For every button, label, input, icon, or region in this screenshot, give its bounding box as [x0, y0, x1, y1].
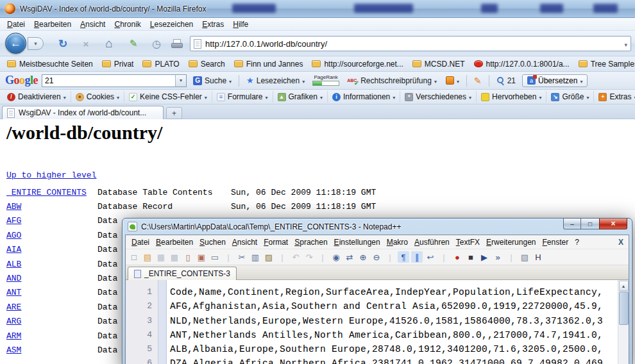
entry-link[interactable]: ARM — [6, 331, 97, 341]
copy-icon[interactable]: ▥ — [250, 251, 261, 263]
bookmark-item[interactable]: MCSD.NET — [408, 58, 470, 70]
text-content[interactable]: Code,Name,Continent,Region,SurfaceArea,I… — [167, 280, 618, 364]
menubar-item[interactable]: Ausführen — [411, 236, 453, 248]
toolbar-separator[interactable]: | — [438, 251, 450, 263]
bookmark-item[interactable]: http://127.0.0.1:8001/a... — [470, 58, 574, 70]
up-to-higher-level-link[interactable]: Up to higher level — [6, 170, 96, 180]
bookmark-item[interactable]: http://sourceforge.net... — [307, 58, 407, 70]
close-document-button[interactable]: X — [618, 238, 623, 247]
toolbar-separator[interactable]: | — [276, 251, 288, 263]
ghost-typing-icon[interactable]: H — [532, 251, 544, 263]
menubar-item[interactable]: Ansicht — [229, 236, 260, 248]
webdev-menu-item[interactable]: + Extras — [594, 91, 635, 103]
toolbar-separator[interactable]: | — [223, 251, 234, 263]
entry-link[interactable]: ABW — [6, 202, 97, 211]
tab-wsgidav[interactable]: WsgiDAV - Index of /world-db/count... — [2, 106, 164, 119]
doc-switcher-icon[interactable]: ▧ — [519, 251, 530, 263]
new-tab-button[interactable]: + — [166, 107, 182, 119]
url-bar[interactable] — [190, 36, 631, 51]
paste-icon[interactable]: ▨ — [263, 251, 275, 263]
webdev-menu-item[interactable]: ✓ Keine CSS-Fehler — [124, 91, 212, 103]
editor-area[interactable]: 123456 Code,Name,Continent,Region,Surfac… — [126, 280, 629, 364]
indent-guides-icon[interactable]: ∥ — [411, 251, 423, 263]
zoom-out-icon[interactable]: ⊖ — [371, 251, 382, 263]
scroll-up-button[interactable] — [619, 281, 629, 291]
entry-link[interactable]: ARG — [6, 317, 97, 326]
menubar-item[interactable]: Suchen — [196, 236, 229, 248]
spellcheck-button[interactable]: ABC Rechtschreibprüfung — [344, 75, 439, 87]
history-clock-button[interactable]: ◷ — [148, 36, 165, 51]
toolbar-separator[interactable]: | — [505, 251, 517, 263]
word-wrap-icon[interactable]: ↩ — [425, 251, 436, 263]
menubar-item[interactable]: Extras — [198, 19, 228, 30]
bookmark-item[interactable]: Tree Samples — [574, 58, 635, 70]
webdev-menu-item[interactable]: i Informationen — [328, 91, 400, 103]
entry-link[interactable]: ASM — [6, 345, 97, 355]
webdev-menu-item[interactable]: / Deaktivieren — [3, 91, 71, 103]
open-file-icon[interactable]: ▤ — [142, 251, 153, 263]
forward-history-dropdown[interactable]: ▾ — [28, 37, 44, 50]
reload-button[interactable]: ↻ — [54, 36, 72, 51]
maximize-button[interactable]: □ — [581, 219, 599, 229]
entry-link[interactable]: AIA — [6, 245, 97, 254]
stop-macro-icon[interactable]: ■ — [465, 251, 477, 263]
bookmark-item[interactable]: Search — [184, 58, 230, 70]
notepad-titlebar[interactable]: C:\Users\Martin\AppData\Local\Temp\_ENTI… — [125, 219, 629, 235]
new-file-icon[interactable]: □ — [128, 251, 140, 263]
google-search-button[interactable]: G Suche — [190, 75, 234, 87]
entry-link[interactable]: _ENTIRE_CONTENTS — [6, 188, 97, 197]
url-input[interactable] — [205, 39, 620, 49]
find-icon[interactable]: ◉ — [330, 251, 342, 263]
redo-icon[interactable]: ↷ — [303, 251, 315, 263]
menubar-item[interactable]: Bearbeiten — [30, 19, 76, 30]
entry-link[interactable]: AGO — [6, 231, 97, 240]
bookmark-item[interactable]: Meistbesuchte Seiten — [3, 58, 97, 70]
menubar-item[interactable]: Makro — [384, 236, 411, 248]
close-all-icon[interactable]: ▣ — [196, 251, 207, 263]
bookmark-item[interactable]: PLATO — [138, 58, 183, 70]
translate-button[interactable]: a Übersetzen — [522, 74, 588, 87]
webdev-menu-item[interactable]: Hervorheben — [477, 91, 546, 103]
back-button[interactable]: ← — [5, 33, 26, 54]
show-all-chars-icon[interactable]: ¶ — [398, 251, 409, 263]
print-button[interactable] — [168, 36, 186, 51]
toolbar-separator[interactable]: | — [384, 251, 396, 263]
stop-button[interactable]: × — [77, 36, 95, 51]
menubar-item[interactable]: Datei — [3, 19, 30, 30]
zoom-in-icon[interactable]: ⊕ — [357, 251, 369, 263]
replace-icon[interactable]: ⇄ — [344, 251, 355, 263]
menubar-item[interactable]: Sprachen — [291, 236, 330, 248]
menubar-item[interactable]: Fenster — [539, 236, 572, 248]
google-bookmarks-button[interactable]: Lesezeichen — [244, 74, 307, 87]
save-icon[interactable]: ▦ — [155, 251, 167, 263]
google-search-input[interactable] — [42, 76, 175, 85]
menubar-item[interactable]: Format — [260, 236, 291, 248]
menubar-item[interactable]: Chronik — [110, 19, 145, 30]
menubar-item[interactable]: Einstellungen — [331, 236, 384, 248]
play-macro-icon[interactable]: ▶ — [478, 251, 490, 263]
scroll-thumb[interactable] — [619, 292, 629, 325]
bookmark-item[interactable]: Finn und Jannes — [230, 58, 308, 70]
firefox-titlebar[interactable]: WsgiDAV - Index of /world-db/country/ - … — [0, 0, 635, 18]
webdev-menu-item[interactable]: ↘ Größe — [546, 91, 594, 103]
vertical-scrollbar[interactable] — [618, 280, 629, 364]
entry-link[interactable]: ANT — [6, 288, 97, 297]
url-dropdown-button[interactable] — [624, 38, 627, 49]
menubar-item[interactable]: Lesezeichen — [146, 19, 198, 30]
close-button[interactable]: × — [599, 219, 627, 229]
save-all-icon[interactable]: ▩ — [169, 251, 180, 263]
webdev-menu-item[interactable]: * Verschiedenes — [400, 91, 477, 103]
run-macro-multi-icon[interactable]: » — [492, 251, 504, 263]
entry-link[interactable]: ARE — [6, 302, 97, 312]
entry-link[interactable]: AFG — [6, 216, 97, 226]
entry-link[interactable]: ALB — [6, 260, 97, 269]
webdev-menu-item[interactable]: ≡ Formulare — [212, 91, 273, 103]
close-file-icon[interactable]: ▯ — [182, 251, 194, 263]
google-search-box[interactable] — [42, 74, 187, 87]
addon-orange-button[interactable] — [443, 75, 462, 87]
menubar-item[interactable]: Hilfe — [228, 19, 253, 30]
menubar-item[interactable]: Ansicht — [76, 19, 110, 30]
menubar-item[interactable]: ? — [572, 236, 582, 248]
autofill-button[interactable] — [471, 74, 484, 87]
tab-entire-contents[interactable]: _ENTIRE_CONTENTS-3 — [128, 267, 237, 280]
